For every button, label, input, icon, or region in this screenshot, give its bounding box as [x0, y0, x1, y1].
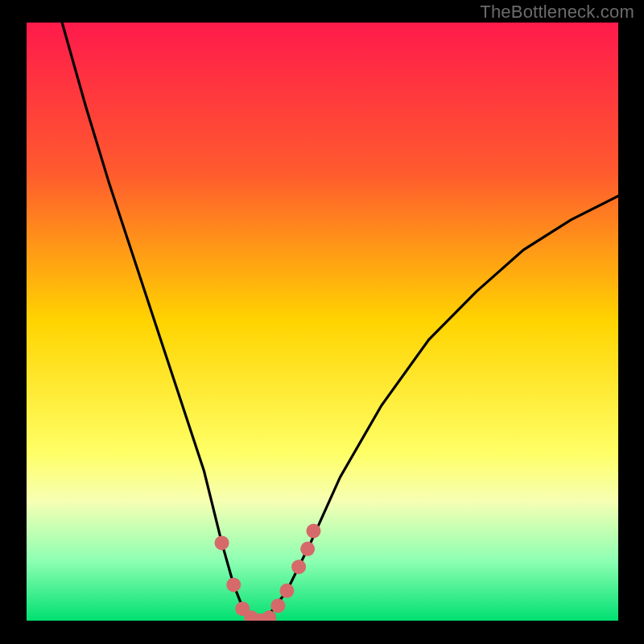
highlight-dot: [300, 542, 315, 556]
highlight-dot: [270, 598, 285, 613]
bottleneck-chart: [0, 0, 644, 644]
highlight-dot: [226, 577, 241, 592]
highlight-dot: [279, 584, 294, 598]
highlight-dot: [291, 559, 306, 574]
watermark-text: TheBottleneck.com: [480, 2, 634, 23]
plot-gradient-background: [27, 23, 618, 621]
highlight-dot: [215, 535, 229, 550]
highlight-dot: [262, 610, 276, 625]
chart-frame: TheBottleneck.com: [0, 0, 644, 644]
highlight-dot: [306, 524, 320, 539]
